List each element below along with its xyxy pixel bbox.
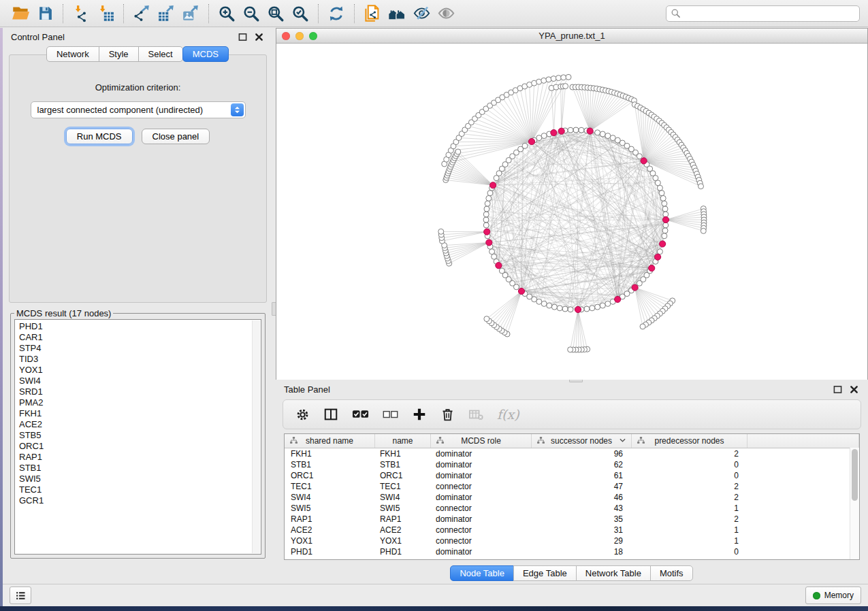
mcds-hub-node[interactable]: [649, 265, 655, 271]
ring-node[interactable]: [600, 131, 605, 137]
ring-node[interactable]: [547, 303, 552, 308]
table-row[interactable]: SWI5SWI5connector431: [285, 503, 859, 514]
column-header-MCDS-role[interactable]: MCDS role: [431, 434, 532, 448]
ring-node[interactable]: [662, 233, 667, 239]
delete-entry-icon[interactable]: [440, 408, 455, 422]
cell-mcds-role[interactable]: dominator: [431, 493, 532, 502]
cell-mcds-role[interactable]: dominator: [431, 449, 532, 459]
mcds-node-item[interactable]: TEC1: [19, 484, 261, 495]
cell-mcds-role[interactable]: connector: [431, 525, 532, 535]
ring-node[interactable]: [595, 304, 600, 310]
search-box[interactable]: [666, 5, 860, 22]
cell-mcds-role[interactable]: dominator: [431, 547, 532, 557]
ring-node[interactable]: [487, 191, 493, 196]
ring-node[interactable]: [605, 133, 611, 139]
leaf-node[interactable]: [561, 75, 566, 80]
leaf-node[interactable]: [438, 229, 444, 234]
leaf-node[interactable]: [455, 149, 461, 154]
save-icon[interactable]: [33, 2, 57, 25]
export-image-icon[interactable]: [178, 2, 203, 25]
task-history-button[interactable]: [10, 587, 31, 604]
mcds-node-item[interactable]: ORC1: [19, 441, 261, 452]
cell-successor-nodes[interactable]: 47: [532, 482, 632, 491]
table-row[interactable]: RAP1RAP1dominator352: [285, 514, 859, 525]
zoom-fit-icon[interactable]: [263, 2, 288, 25]
mcds-node-item[interactable]: SWI4: [19, 376, 261, 386]
export-network-icon[interactable]: [129, 2, 154, 25]
cell-predecessor-nodes[interactable]: 0: [632, 471, 748, 480]
ring-node[interactable]: [637, 154, 642, 159]
leaf-node[interactable]: [546, 77, 551, 82]
cell-name[interactable]: ACE2: [375, 525, 431, 535]
ring-node[interactable]: [659, 191, 664, 196]
refresh-view-icon[interactable]: [324, 2, 349, 25]
mcds-hub-node[interactable]: [551, 129, 557, 135]
mcds-node-item[interactable]: CAR1: [19, 332, 261, 343]
zoom-selected-icon[interactable]: [288, 2, 312, 25]
ring-node[interactable]: [485, 201, 490, 206]
ring-node[interactable]: [573, 127, 579, 133]
cell-shared-name[interactable]: STB1: [285, 460, 375, 469]
ring-node[interactable]: [536, 135, 542, 141]
import-table-icon[interactable]: [93, 2, 118, 25]
cell-mcds-role[interactable]: dominator: [431, 460, 532, 469]
mcds-hub-node[interactable]: [632, 284, 638, 291]
open-file-icon[interactable]: [8, 2, 33, 25]
ring-node[interactable]: [486, 195, 492, 201]
cell-predecessor-nodes[interactable]: 2: [632, 482, 748, 491]
ring-node[interactable]: [557, 306, 562, 311]
cell-name[interactable]: SWI5: [375, 503, 431, 513]
ring-node[interactable]: [483, 217, 489, 222]
close-panel-button[interactable]: Close panel: [142, 129, 210, 144]
cell-successor-nodes[interactable]: 43: [532, 503, 632, 513]
mcds-node-item[interactable]: TID3: [19, 354, 261, 365]
export-document-icon[interactable]: [360, 2, 385, 25]
mcds-list-scrollbar[interactable]: [252, 320, 260, 553]
cell-shared-name[interactable]: FKH1: [285, 449, 375, 459]
tab-node-table[interactable]: Node Table: [450, 565, 514, 581]
tab-network-table[interactable]: Network Table: [576, 565, 651, 581]
cell-predecessor-nodes[interactable]: 1: [632, 525, 748, 535]
table-row[interactable]: TEC1TEC1connector472: [285, 481, 859, 492]
import-network-icon[interactable]: [69, 2, 93, 25]
mcds-node-item[interactable]: PHD1: [19, 321, 261, 332]
mcds-hub-node[interactable]: [490, 182, 496, 188]
ring-node[interactable]: [655, 180, 660, 186]
mcds-node-item[interactable]: FKH1: [19, 408, 261, 419]
tab-select[interactable]: Select: [138, 46, 183, 62]
mcds-node-item[interactable]: GCR1: [19, 495, 261, 506]
cell-mcds-role[interactable]: dominator: [431, 471, 532, 480]
table-scrollbar[interactable]: [850, 448, 859, 559]
cell-successor-nodes[interactable]: 18: [532, 547, 632, 557]
leaf-node[interactable]: [566, 74, 571, 80]
cell-predecessor-nodes[interactable]: 1: [632, 503, 748, 513]
cell-predecessor-nodes[interactable]: 1: [632, 536, 748, 546]
mcds-hub-node[interactable]: [662, 216, 669, 222]
cell-shared-name[interactable]: RAP1: [285, 514, 375, 524]
mcds-node-item[interactable]: PMA2: [19, 397, 261, 408]
ring-node[interactable]: [657, 249, 662, 254]
select-all-icon[interactable]: [352, 409, 369, 420]
table-scrollbar-thumb[interactable]: [852, 449, 858, 501]
cell-name[interactable]: PHD1: [375, 547, 431, 557]
mcds-node-item[interactable]: SRD1: [19, 386, 261, 397]
mcds-result-list[interactable]: PHD1CAR1STP4TID3YOX1SWI4SRD1PMA2FKH1ACE2…: [14, 319, 261, 555]
ring-node[interactable]: [568, 307, 573, 312]
cell-shared-name[interactable]: ORC1: [285, 471, 375, 480]
cell-predecessor-nodes[interactable]: 2: [632, 449, 748, 459]
cell-shared-name[interactable]: TEC1: [285, 482, 375, 491]
cell-successor-nodes[interactable]: 35: [532, 514, 632, 524]
mcds-hub-node[interactable]: [528, 139, 534, 145]
close-panel-icon[interactable]: [253, 32, 265, 43]
leaf-node[interactable]: [563, 84, 568, 89]
leaf-node[interactable]: [551, 76, 556, 82]
cell-successor-nodes[interactable]: 29: [532, 536, 632, 546]
mcds-hub-node[interactable]: [575, 306, 581, 312]
ring-node[interactable]: [662, 201, 667, 206]
ring-node[interactable]: [605, 301, 611, 306]
ring-node[interactable]: [637, 280, 642, 286]
memory-button[interactable]: Memory: [805, 587, 861, 604]
cell-shared-name[interactable]: YOX1: [285, 536, 375, 546]
cell-mcds-role[interactable]: connector: [431, 536, 532, 546]
ring-node[interactable]: [492, 254, 497, 259]
